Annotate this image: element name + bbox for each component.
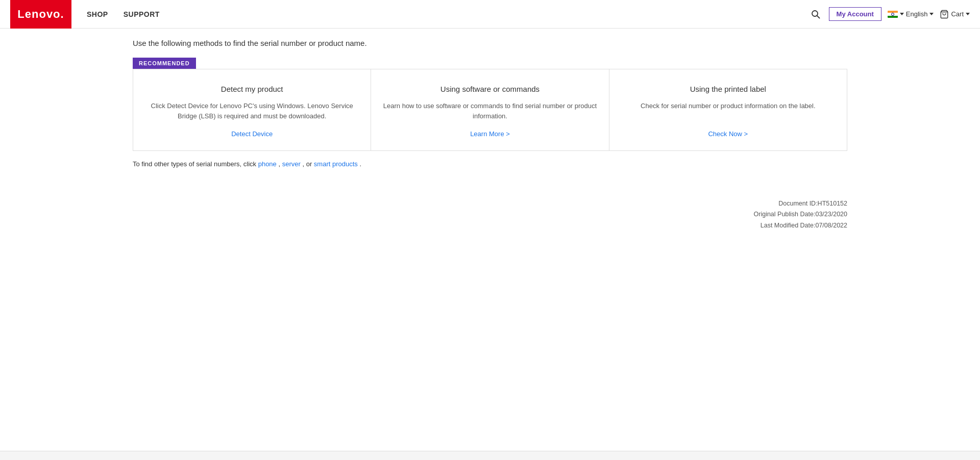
phone-link[interactable]: phone xyxy=(258,160,277,168)
doc-info: Document ID:HT510152 Original Publish Da… xyxy=(133,198,847,231)
learn-more-link[interactable]: Learn More > xyxy=(470,130,510,138)
card-detect-product: Detect my product Click Detect Device fo… xyxy=(133,69,371,150)
flag-chevron-icon xyxy=(900,13,904,15)
cart-button[interactable]: Cart xyxy=(940,10,970,19)
other-links-prefix: To find other types of serial numbers, c… xyxy=(133,160,258,168)
detect-device-link[interactable]: Detect Device xyxy=(231,130,273,138)
cards-container: Detect my product Click Detect Device fo… xyxy=(133,69,847,151)
logo-area[interactable]: Lenovo. xyxy=(10,0,71,29)
card-software-commands: Using software or commands Learn how to … xyxy=(371,69,609,150)
svg-line-1 xyxy=(817,15,819,18)
cart-label: Cart xyxy=(951,10,964,18)
or-separator: , or xyxy=(302,160,313,168)
card-title-label: Using the printed label xyxy=(690,85,766,93)
other-links-text: To find other types of serial numbers, c… xyxy=(133,160,847,168)
nav-shop[interactable]: SHOP xyxy=(87,10,108,18)
smart-products-link[interactable]: smart products xyxy=(314,160,358,168)
server-link[interactable]: server xyxy=(282,160,301,168)
main-nav: SHOP SUPPORT xyxy=(87,10,808,18)
my-account-button[interactable]: My Account xyxy=(829,7,881,21)
search-button[interactable] xyxy=(808,7,823,21)
recommended-wrapper: RECOMMENDED Detect my product Click Dete… xyxy=(133,58,847,151)
recommended-badge: RECOMMENDED xyxy=(133,58,196,69)
document-id: Document ID:HT510152 xyxy=(133,198,847,209)
language-label: English xyxy=(906,10,928,18)
comma-separator-1: , xyxy=(278,160,282,168)
search-icon xyxy=(811,9,821,19)
card-title-software: Using software or commands xyxy=(440,85,540,93)
other-links-suffix: . xyxy=(359,160,361,168)
lenovo-logo: Lenovo. xyxy=(17,8,64,21)
header: Lenovo. SHOP SUPPORT My Account English xyxy=(0,0,980,29)
card-printed-label: Using the printed label Check for serial… xyxy=(609,69,847,150)
main-content: Use the following methods to find the se… xyxy=(0,29,980,251)
india-flag-icon xyxy=(888,11,898,18)
card-desc-detect: Click Detect Device for Lenovo PC's usin… xyxy=(143,101,360,121)
cart-icon xyxy=(940,10,949,19)
nav-support[interactable]: SUPPORT xyxy=(124,10,160,18)
card-title-detect: Detect my product xyxy=(221,85,283,93)
language-selector[interactable]: English xyxy=(888,10,934,18)
original-publish-date: Original Publish Date:03/23/2020 xyxy=(133,209,847,220)
cart-chevron-icon xyxy=(966,13,970,15)
card-desc-software: Learn how to use software or commands to… xyxy=(381,101,598,121)
card-desc-label: Check for serial number or product infor… xyxy=(641,101,816,121)
intro-text: Use the following methods to find the se… xyxy=(133,39,847,47)
last-modified-date: Last Modified Date:07/08/2022 xyxy=(133,220,847,231)
header-right: My Account English Cart xyxy=(808,7,970,21)
check-now-link[interactable]: Check Now > xyxy=(708,130,748,138)
language-chevron-icon xyxy=(929,13,934,15)
